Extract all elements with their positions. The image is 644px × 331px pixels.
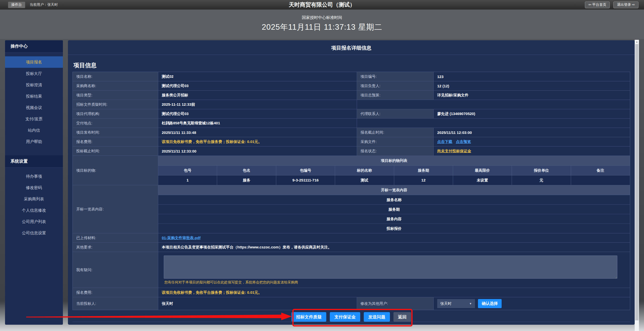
section-title-project-info: 项目信息 [73, 61, 97, 69]
pay-deposit-button[interactable]: 支付保证金 [330, 312, 360, 322]
table-row: 报名费用: 该项目免收标书费，免收平台服务费；投标保证金: 0.01元。 采购文… [73, 137, 630, 146]
bid-opening-row: 投标报价 [158, 224, 630, 233]
download-doc-link[interactable]: 点击下载 [437, 139, 452, 144]
sidebar-item-user-help[interactable]: 用户帮助 [5, 136, 63, 147]
sidebar-item-bid-hall[interactable]: 投标大厅 [5, 68, 63, 79]
company-title: 天时商贸有限公司（测试） [0, 1, 644, 9]
scrollbar-thumb[interactable] [635, 44, 638, 320]
sidebar-item-change-password[interactable]: 修改密码 [5, 182, 63, 193]
goods-cell-package-no: 1 [158, 175, 217, 185]
field-label: 项目发布时间: [73, 128, 158, 137]
project-type-value: 服务类公开招标 [158, 91, 357, 100]
back-button[interactable]: 返回 [393, 312, 411, 322]
console-button[interactable]: 操作台 [8, 2, 25, 8]
agency-contact-value: 廖先进 (13469070520) [434, 109, 630, 119]
signup-status-link[interactable]: 尚未支付投标保证金 [437, 149, 471, 154]
goods-cell-package-code: 9-3-251111-716 [276, 175, 335, 185]
table-row-bid-opening: 开标一览表内容: 开标一览表内容 服务名称 服务期 服务内容 投标报价 [73, 185, 630, 233]
table-row: 报名费用: 该项目免收标书费，免收平台服务费；投标保证金: 0.01元。 [73, 288, 630, 297]
sidebar-item-company-settings[interactable]: 公司信息设置 [5, 227, 63, 239]
table-row: 采购商名称: 测试代理公司03 项目负责人: 12 (12) [73, 81, 630, 91]
goods-cell-service-period: 12 [394, 175, 453, 185]
goods-cell-package-name: 服务 [217, 175, 276, 185]
preview-doc-link[interactable]: 点击预览 [456, 139, 471, 144]
top-bar: 操作台 当前用户：张天时 天时商贸有限公司（测试） ⇦ 平台首页 退出登录 ⇨ [0, 0, 644, 10]
table-row: 项目发布时间: 2025/11/11 11:33:48 报名截止时间: 2025… [73, 128, 630, 137]
agency-value: 测试代理公司03 [158, 109, 357, 119]
page-title: 项目报名详细信息 [68, 40, 635, 55]
sidebar: 操作中心 项目报名 投标大厅 投标澄清 投标结果 视频会议 支付/发票 站内信 … [5, 40, 63, 325]
bid-opening-table: 开标一览表内容 服务名称 服务期 服务内容 投标报价 [158, 185, 630, 233]
platform-home-button[interactable]: ⇦ 平台首页 [585, 2, 610, 8]
logout-button[interactable]: 退出登录 ⇨ [613, 2, 638, 8]
project-budget-value: 详见招标/采购文件 [434, 91, 630, 100]
other-requirements-value: 本项目相关公告及变更事项在招采测试平台（https://www.cszoc.co… [158, 243, 630, 252]
field-label: 项目负责人: [357, 81, 434, 91]
field-label: 开标一览表内容: [73, 185, 158, 233]
signup-status-cell: 尚未支付投标保证金 [434, 146, 630, 156]
uploaded-file-link[interactable]: 01-采购文件审批表.pdf [162, 236, 200, 240]
goods-table-title: 项目标的物列表 [158, 156, 630, 166]
change-user-cell: 张天时 ▼ 确认选择 [434, 297, 630, 310]
table-row: 其他要求: 本项目相关公告及变更事项在招采测试平台（https://www.cs… [73, 243, 630, 252]
field-label: 采购商名称: [73, 81, 158, 91]
sidebar-item-company-users[interactable]: 公司用户列表 [5, 216, 63, 227]
scroll-up-icon[interactable]: ▲ [635, 40, 639, 44]
field-label: 项目总预算: [357, 91, 434, 100]
goods-col-header: 包名 [217, 166, 276, 175]
field-label: 修改为其他用户: [357, 297, 434, 310]
table-row-question: 我有疑问: 您有任何对于本项目的疑问都可以在此处填写提交，系统将会把您的问题发送… [73, 252, 630, 288]
goods-table-data-row: 1 服务 9-3-251111-716 测试 12 未设置 元 [158, 175, 630, 185]
goods-cell-price-unit: 元 [512, 175, 571, 185]
main-panel: 项目报名详细信息 项目信息 项目名称: 测试02 项目编号: 123 采购商名称… [68, 40, 635, 325]
sidebar-item-project-signup[interactable]: 项目报名 [5, 56, 63, 68]
goods-col-header: 服务期 [394, 166, 453, 175]
bid-opening-row: 服务名称 [158, 195, 630, 205]
sidebar-item-todo[interactable]: 待办事项 [5, 171, 63, 182]
field-label: 报名状态: [357, 146, 434, 156]
project-info-table: 项目名称: 测试02 项目编号: 123 采购商名称: 测试代理公司03 项目负… [72, 72, 630, 310]
table-row: 交付地点: 杜鹃路858号奥克斯缔壹城12栋401 [73, 119, 630, 128]
sidebar-item-bid-results[interactable]: 投标结果 [5, 91, 63, 102]
sidebar-settings-items: 待办事项 修改密码 采购商列表 个人信息修改 公司用户列表 公司信息设置 [5, 168, 63, 239]
bid-opening-table-title: 开标一览表内容 [158, 185, 630, 195]
sidebar-item-video-meeting[interactable]: 视频会议 [5, 102, 63, 113]
field-label: 我有疑问: [73, 252, 158, 288]
field-label: 交付地点: [73, 119, 158, 128]
uploaded-file-cell: 01-采购文件审批表.pdf [158, 233, 630, 243]
field-label: 项目标的物: [73, 156, 158, 185]
goods-col-header: 包编号 [276, 166, 335, 175]
sidebar-item-bid-clarification[interactable]: 投标澄清 [5, 79, 63, 91]
question-textarea[interactable] [164, 255, 617, 279]
table-row: 投标截止时间: 2025/11/11 12:33:00 报名状态: 尚未支付投标… [73, 146, 630, 156]
goods-cell-price-cap: 未设置 [453, 175, 512, 185]
footer-actions: 招标文件质疑 支付保证金 发送问题 返回 [68, 312, 635, 322]
field-label: 项目类型: [73, 91, 158, 100]
page: 操作台 当前用户：张天时 天时商贸有限公司（测试） ⇦ 平台首页 退出登录 ⇨ … [0, 0, 644, 331]
table-row: 项目类型: 服务类公开招标 项目总预算: 详见招标/采购文件 [73, 91, 630, 100]
sidebar-item-payment-invoice[interactable]: 支付/发票 [5, 113, 63, 125]
project-name-value: 测试02 [158, 72, 357, 81]
goods-col-header: 备注 [571, 166, 630, 175]
bid-deadline-value: 2025/11/11 12:33:00 [158, 146, 357, 156]
sidebar-operations-items: 项目报名 投标大厅 投标澄清 投标结果 视频会议 支付/发票 站内信 用户帮助 [5, 53, 63, 147]
sidebar-section-operations: 操作中心 [5, 40, 63, 53]
table-row-goods: 项目标的物: 项目标的物列表 包号 包名 包编号 标的名称 服务期 最高限价 报… [73, 156, 630, 185]
table-row: 项目代理机构: 测试代理公司03 代理联系人: 廖先进 (13469070520… [73, 109, 630, 119]
question-cell: 您有任何对于本项目的疑问都可以在此处填写提交，系统将会把您的问题发送给采购商 [158, 252, 630, 288]
question-hint: 您有任何对于本项目的疑问都可以在此处填写提交，系统将会把您的问题发送给采购商 [164, 280, 630, 285]
user-select[interactable]: 张天时 ▼ [437, 299, 475, 308]
field-label: 项目编号: [357, 72, 434, 81]
doc-challenge-button[interactable]: 招标文件质疑 [292, 312, 326, 322]
send-question-button[interactable]: 发送问题 [364, 312, 390, 322]
current-user-label: 当前用户：张天时 [30, 3, 58, 7]
sidebar-item-profile-edit[interactable]: 个人信息修改 [5, 205, 63, 216]
time-source-label: 国家授时中心标准时间 [0, 15, 644, 20]
field-label: 项目代理机构: [73, 109, 158, 119]
user-select-value: 张天时 [440, 301, 452, 306]
signup-fee-value: 该项目免收标书费，免收平台服务费；投标保证金: 0.01元。 [158, 137, 357, 146]
confirm-select-button[interactable]: 确认选择 [478, 299, 502, 308]
vertical-scrollbar[interactable]: ▲ [635, 40, 639, 331]
sidebar-item-purchaser-list[interactable]: 采购商列表 [5, 193, 63, 205]
sidebar-item-site-mail[interactable]: 站内信 [5, 125, 63, 136]
